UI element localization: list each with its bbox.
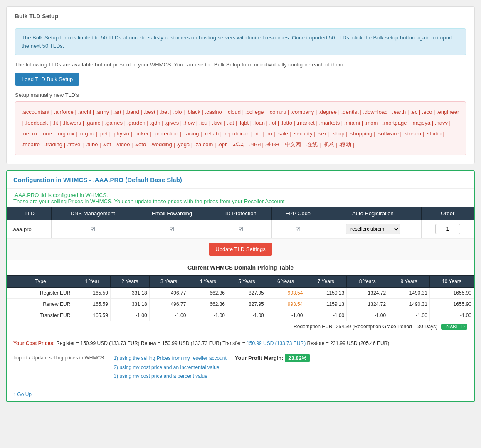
pricing-cell: 331.18 xyxy=(110,299,149,310)
cost-prices-transfer: Transfer = 150.99 USD (133.73 EUR) xyxy=(222,340,307,346)
pricing-col-type: Type xyxy=(7,276,74,288)
profit-label: Your Profit Margin: xyxy=(235,355,284,361)
pricing-cell: 827.95 xyxy=(227,299,266,310)
pricing-cell: -1.00 xyxy=(188,310,227,321)
update-btn-row: Update TLD Settings xyxy=(7,238,474,260)
description-text: The following TLDs are available but not… xyxy=(15,62,466,68)
go-up-link[interactable]: ↑ Go Up xyxy=(7,387,474,401)
pricing-cell: 496.77 xyxy=(149,288,188,299)
col-idprotection: ID Protection xyxy=(210,207,272,220)
card2-header: Configuration in WHMCS - .AAA.PRO (Defau… xyxy=(7,171,474,189)
import-option-2[interactable]: 2) using my cost price and an incrementa… xyxy=(113,363,226,372)
pricing-cell: 1490.31 xyxy=(388,299,430,310)
pricing-cell: 993.54 xyxy=(266,288,305,299)
col-email: Email Fowarding xyxy=(134,207,210,220)
profit-margin-block: Your Profit Margin: 23.82% xyxy=(235,354,310,361)
pricing-col-10yr: 10 Years xyxy=(429,276,474,288)
setup-manually-label: Setup manually new TLD's xyxy=(15,92,466,98)
config-line1: .AAA.PRO tld is configured in WHMCS. xyxy=(13,192,468,198)
pricing-cell: 1655.90 xyxy=(429,288,474,299)
info-box: The Bulk Setup form is limited to 50 TLD… xyxy=(15,28,466,55)
redemption-badge: ENABLED xyxy=(441,324,467,330)
import-option-1[interactable]: 1) using the selling Prices from my rese… xyxy=(113,354,226,363)
pricing-title: Current WHMCS Domain Pricing Table xyxy=(7,260,474,275)
bulk-tld-title: Bulk TLD Setup xyxy=(15,13,466,23)
redemption-label: Redemption EUR xyxy=(294,324,332,330)
id-protection-checkbox[interactable]: ☑ xyxy=(210,220,272,238)
import-section: Import / Update selling prices in WHMCS:… xyxy=(7,350,474,387)
pricing-cell: 1490.31 xyxy=(388,288,430,299)
pricing-col-3yr: 3 Years xyxy=(149,276,188,288)
pricing-type: Register EUR xyxy=(7,288,74,299)
load-bulk-setup-button[interactable]: Load TLD Bulk Setup xyxy=(15,73,79,86)
pricing-cell: -1.00 xyxy=(429,310,474,321)
tld-config-table: TLD DNS Management Email Fowarding ID Pr… xyxy=(7,207,474,238)
pricing-cell: 496.77 xyxy=(149,299,188,310)
pricing-col-9yr: 9 Years xyxy=(388,276,430,288)
col-epp: EPP Code xyxy=(272,207,324,220)
order-input[interactable] xyxy=(435,224,460,234)
pricing-cell: -1.00 xyxy=(305,310,347,321)
pricing-cell: -1.00 xyxy=(388,310,430,321)
pricing-type: Transfer EUR xyxy=(7,310,74,321)
pricing-col-1yr: 1 Year xyxy=(74,276,111,288)
tld-value: .aaa.pro xyxy=(7,220,52,238)
card2-title-static: Configuration in WHMCS - xyxy=(13,176,93,183)
config-line2: These are your selling Prices in WHMCS. … xyxy=(13,198,468,204)
cost-prices-register: Register = 150.99 USD (133.73 EUR) xyxy=(56,340,141,346)
configuration-card: Configuration in WHMCS - .AAA.PRO (Defau… xyxy=(6,170,475,402)
card2-tld-name: .AAA.PRO xyxy=(93,176,123,183)
dns-checkbox[interactable]: ☑ xyxy=(52,220,134,238)
pricing-col-6yr: 6 Years xyxy=(266,276,305,288)
email-checkbox[interactable]: ☑ xyxy=(134,220,210,238)
epp-checkbox[interactable]: ☑ xyxy=(272,220,324,238)
pricing-cell: 1655.90 xyxy=(429,299,474,310)
pricing-cell: -1.00 xyxy=(110,310,149,321)
card2-title: Configuration in WHMCS - .AAA.PRO (Defau… xyxy=(13,176,182,183)
col-autoreg: Auto Registration xyxy=(324,207,422,220)
pricing-cell: 662.36 xyxy=(188,299,227,310)
pricing-table: Type 1 Year 2 Years 3 Years 4 Years 5 Ye… xyxy=(7,275,474,332)
pricing-cell: -1.00 xyxy=(227,310,266,321)
pricing-cell: 993.54 xyxy=(266,299,305,310)
redemption-value: 254.39 (Redemption Grace Period = 30 Day… xyxy=(336,324,437,330)
pricing-cell: 1324.72 xyxy=(347,299,388,310)
import-label: Import / Update selling prices in WHMCS: xyxy=(13,354,105,361)
pricing-type: Renew EUR xyxy=(7,299,74,310)
pricing-col-4yr: 4 Years xyxy=(188,276,227,288)
import-option-3[interactable]: 3) using my cost price and a percent val… xyxy=(113,372,226,381)
pricing-row: Transfer EUR165.59-1.00-1.00-1.00-1.00-1… xyxy=(7,310,474,321)
tld-list: .accountant | .airforce | .archi | .army… xyxy=(15,101,466,155)
cost-prices-renew: Renew = 150.99 USD (133.73 EUR) xyxy=(141,340,222,346)
pricing-row: Renew EUR165.59331.18496.77662.36827.959… xyxy=(7,299,474,310)
auto-reg-cell[interactable]: resellerclubrcm xyxy=(324,220,422,238)
pricing-col-7yr: 7 Years xyxy=(305,276,347,288)
col-dns: DNS Management xyxy=(52,207,134,220)
cost-prices-row: Your Cost Prices: Register = 150.99 USD … xyxy=(7,337,474,350)
pricing-cell: 827.95 xyxy=(227,288,266,299)
cost-prices-label: Your Cost Prices: xyxy=(13,340,55,346)
import-options: 1) using the selling Prices from my rese… xyxy=(113,354,226,381)
pricing-section: Current WHMCS Domain Pricing Table Type … xyxy=(7,260,474,337)
pricing-col-5yr: 5 Years xyxy=(227,276,266,288)
profit-badge: 23.82% xyxy=(285,354,310,362)
pricing-cell: 165.59 xyxy=(74,310,111,321)
pricing-cell: -1.00 xyxy=(266,310,305,321)
pricing-cell: 165.59 xyxy=(74,288,111,299)
update-tld-settings-button[interactable]: Update TLD Settings xyxy=(209,243,272,256)
pricing-cell: 662.36 xyxy=(188,288,227,299)
config-info: .AAA.PRO tld is configured in WHMCS. The… xyxy=(7,189,474,207)
cost-prices-restore: Restore = 231.99 USD (205.46 EUR) xyxy=(307,340,389,346)
pricing-cell: 331.18 xyxy=(110,288,149,299)
pricing-row: Register EUR165.59331.18496.77662.36827.… xyxy=(7,288,474,299)
pricing-cell: 1324.72 xyxy=(347,288,388,299)
order-cell[interactable] xyxy=(422,220,474,238)
card2-subtitle: (Default Base Slab) xyxy=(125,176,182,183)
redemption-row: Redemption EUR 254.39 (Redemption Grace … xyxy=(7,321,474,332)
tld-row: .aaa.pro ☑ ☑ ☑ ☑ resellerclubrcm xyxy=(7,220,474,238)
pricing-col-2yr: 2 Years xyxy=(110,276,149,288)
col-order: Order xyxy=(422,207,474,220)
col-tld: TLD xyxy=(7,207,52,220)
pricing-cell: -1.00 xyxy=(347,310,388,321)
auto-reg-select[interactable]: resellerclubrcm xyxy=(346,224,400,234)
